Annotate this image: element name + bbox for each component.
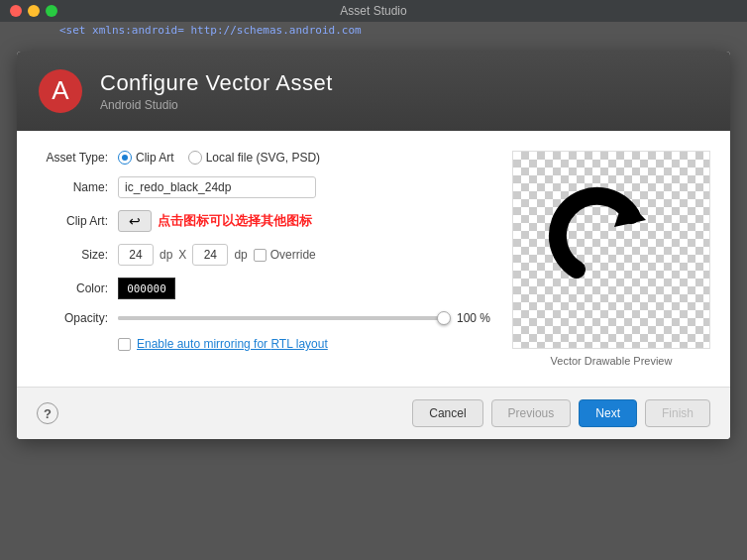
close-button[interactable] bbox=[10, 5, 22, 17]
window-title: Asset Studio bbox=[340, 4, 406, 18]
override-label: Override bbox=[270, 248, 316, 262]
clip-art-button[interactable]: ↩ bbox=[118, 210, 152, 232]
size-x: X bbox=[178, 248, 186, 262]
preview-label: Vector Drawable Preview bbox=[512, 355, 710, 367]
radio-local-file[interactable]: Local file (SVG, PSD) bbox=[188, 151, 320, 165]
previous-button[interactable]: Previous bbox=[491, 399, 572, 427]
dialog-title-area: Configure Vector Asset Android Studio bbox=[100, 70, 333, 112]
radio-clip-art-dot bbox=[118, 151, 132, 165]
clip-art-row: Clip Art: ↩ 点击图标可以选择其他图标 bbox=[37, 210, 492, 232]
title-bar: Asset Studio bbox=[0, 0, 747, 22]
bg-code-text: <set xmlns:android= http://schemas.andro… bbox=[59, 24, 747, 37]
size-w-input[interactable] bbox=[118, 244, 154, 266]
size-h-input[interactable] bbox=[192, 244, 228, 266]
form-section: Asset Type: Clip Art Local file (SVG, PS… bbox=[37, 151, 492, 367]
name-content bbox=[118, 176, 492, 198]
size-unit-h: dp bbox=[234, 248, 247, 262]
opacity-value: 100 % bbox=[457, 311, 492, 325]
dialog-body: Asset Type: Clip Art Local file (SVG, PS… bbox=[17, 131, 730, 387]
traffic-lights bbox=[10, 5, 57, 17]
size-row: Size: dp X dp Override bbox=[37, 244, 492, 266]
rtl-checkbox[interactable] bbox=[118, 338, 131, 351]
opacity-row: Opacity: 100 % bbox=[37, 311, 492, 325]
clip-art-hint: 点击图标可以选择其他图标 bbox=[158, 212, 312, 230]
preview-section: Vector Drawable Preview bbox=[512, 151, 710, 367]
finish-button: Finish bbox=[645, 399, 710, 427]
opacity-slider-thumb[interactable] bbox=[437, 311, 451, 325]
opacity-slider-fill bbox=[118, 316, 449, 320]
radio-local-file-label: Local file (SVG, PSD) bbox=[206, 151, 320, 165]
svg-text:A: A bbox=[52, 75, 69, 105]
size-content: dp X dp Override bbox=[118, 244, 492, 266]
color-label: Color: bbox=[37, 281, 108, 295]
redo-preview-icon bbox=[547, 185, 676, 314]
android-logo: A bbox=[37, 67, 84, 115]
dialog: A Configure Vector Asset Android Studio … bbox=[17, 52, 730, 439]
enable-label-text: Enable auto mirroring for bbox=[137, 337, 270, 351]
enable-label: Enable auto mirroring for RTL layout bbox=[137, 337, 328, 351]
background-area: <set xmlns:android= http://schemas.andro… bbox=[0, 22, 747, 560]
dialog-title: Configure Vector Asset bbox=[100, 70, 333, 96]
footer-left: ? bbox=[37, 402, 58, 424]
dialog-footer: ? Cancel Previous Next Finish bbox=[17, 387, 730, 439]
asset-type-content: Clip Art Local file (SVG, PSD) bbox=[118, 151, 492, 165]
radio-clip-art-label: Clip Art bbox=[136, 151, 174, 165]
rtl-link[interactable]: RTL layout bbox=[270, 337, 327, 351]
preview-box bbox=[512, 151, 710, 349]
clip-art-label: Clip Art: bbox=[37, 214, 108, 228]
opacity-slider-track[interactable] bbox=[118, 316, 449, 320]
opacity-content: 100 % bbox=[118, 311, 492, 325]
enable-rtl-row: Enable auto mirroring for RTL layout bbox=[118, 337, 492, 351]
minimize-button[interactable] bbox=[28, 5, 40, 17]
radio-local-file-dot bbox=[188, 151, 202, 165]
asset-type-label: Asset Type: bbox=[37, 151, 108, 165]
asset-type-row: Asset Type: Clip Art Local file (SVG, PS… bbox=[37, 151, 492, 165]
size-label: Size: bbox=[37, 248, 108, 262]
name-label: Name: bbox=[37, 180, 108, 194]
name-row: Name: bbox=[37, 176, 492, 198]
maximize-button[interactable] bbox=[46, 5, 57, 17]
dialog-header: A Configure Vector Asset Android Studio bbox=[17, 52, 730, 131]
override-checkbox-row: Override bbox=[254, 248, 316, 262]
opacity-label: Opacity: bbox=[37, 311, 108, 325]
help-button[interactable]: ? bbox=[37, 402, 58, 424]
color-value: 000000 bbox=[127, 282, 166, 295]
cancel-button[interactable]: Cancel bbox=[412, 399, 482, 427]
name-input[interactable] bbox=[118, 176, 316, 198]
footer-right: Cancel Previous Next Finish bbox=[412, 399, 710, 427]
color-content: 000000 bbox=[118, 278, 492, 299]
next-button[interactable]: Next bbox=[579, 399, 637, 427]
clip-art-content: ↩ 点击图标可以选择其他图标 bbox=[118, 210, 492, 232]
size-unit-w: dp bbox=[160, 248, 172, 262]
dialog-subtitle: Android Studio bbox=[100, 98, 333, 112]
override-checkbox[interactable] bbox=[254, 249, 267, 262]
color-swatch[interactable]: 000000 bbox=[118, 278, 175, 299]
color-row: Color: 000000 bbox=[37, 278, 492, 299]
radio-clip-art[interactable]: Clip Art bbox=[118, 151, 174, 165]
radio-group: Clip Art Local file (SVG, PSD) bbox=[118, 151, 320, 165]
